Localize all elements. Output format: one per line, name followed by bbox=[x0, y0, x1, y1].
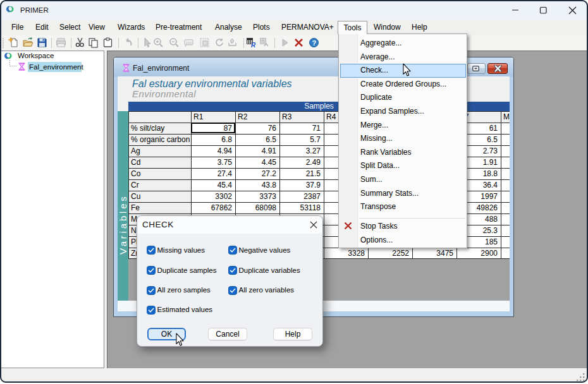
svg-text:R: R bbox=[251, 42, 256, 49]
svg-text:100: 100 bbox=[186, 41, 193, 45]
svg-text:?: ? bbox=[312, 39, 317, 47]
